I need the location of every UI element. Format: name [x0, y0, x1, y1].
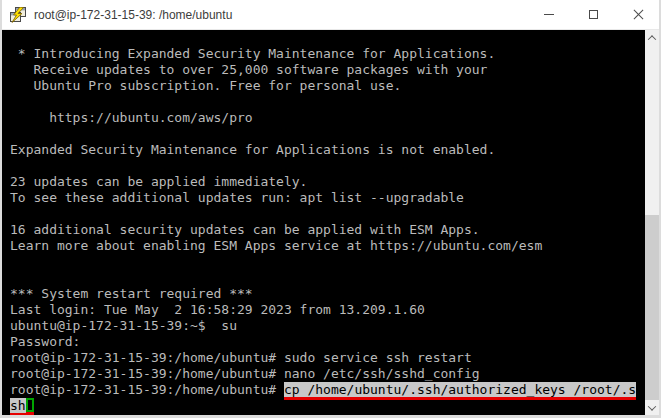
- terminal-text: Last login: Tue May 2 16:58:29 2023 from…: [10, 302, 425, 317]
- title-bar[interactable]: root@ip-172-31-15-39: /home/ubuntu: [0, 0, 661, 30]
- chevron-down-icon: [648, 402, 656, 410]
- terminal-text: root@ip-172-31-15-39:/home/ubuntu#: [10, 382, 284, 397]
- terminal-text: 23 updates can be applied immediately.: [10, 174, 307, 189]
- scrollbar-track[interactable]: [645, 45, 659, 400]
- terminal-line: [10, 270, 645, 286]
- terminal-text: To see these additional updates run: apt…: [10, 190, 464, 205]
- scroll-down-button[interactable]: [645, 400, 659, 415]
- terminal-line: Receive updates to over 25,000 software …: [10, 62, 645, 78]
- terminal-line: root@ip-172-31-15-39:/home/ubuntu# nano …: [10, 366, 645, 382]
- terminal-line: 23 updates can be applied immediately.: [10, 174, 645, 190]
- terminal-line: Expanded Security Maintenance for Applic…: [10, 142, 645, 158]
- close-button[interactable]: [616, 0, 661, 30]
- terminal-text: Password:: [10, 334, 80, 349]
- terminal-line: [10, 206, 645, 222]
- terminal-text: * Introducing Expanded Security Maintena…: [10, 46, 495, 61]
- terminal-line: Learn more about enabling ESM Apps servi…: [10, 238, 645, 254]
- terminal-line: https://ubuntu.com/aws/pro: [10, 110, 645, 126]
- terminal-text: Expanded Security Maintenance for Applic…: [10, 142, 495, 157]
- close-icon: [633, 9, 644, 20]
- terminal-line: *** System restart required ***: [10, 286, 645, 302]
- terminal-line: Ubuntu Pro subscription. Free for person…: [10, 78, 645, 94]
- terminal-line: [10, 30, 645, 46]
- putty-window: root@ip-172-31-15-39: /home/ubuntu * Int…: [0, 0, 661, 418]
- selected-text: sh: [10, 398, 26, 413]
- chevron-up-icon: [648, 35, 656, 43]
- minimize-button[interactable]: [526, 0, 571, 30]
- terminal-line: To see these additional updates run: apt…: [10, 190, 645, 206]
- terminal-text: 16 additional security updates can be ap…: [10, 222, 480, 237]
- terminal-line: [10, 254, 645, 270]
- terminal-line: Password:: [10, 334, 645, 350]
- terminal-line: [10, 158, 645, 174]
- window-body: * Introducing Expanded Security Maintena…: [2, 30, 659, 415]
- terminal-text: root@ip-172-31-15-39:/home/ubuntu# nano …: [10, 366, 480, 381]
- terminal-line: [10, 126, 645, 142]
- terminal-text: ubuntu@ip-172-31-15-39:~$ su: [10, 318, 237, 333]
- terminal-text: *** System restart required ***: [10, 286, 253, 301]
- selected-text: cp /home/ubuntu/.ssh/authorized_keys /ro…: [284, 382, 636, 397]
- terminal-line: root@ip-172-31-15-39:/home/ubuntu# cp /h…: [10, 382, 645, 398]
- maximize-icon: [589, 10, 598, 19]
- putty-icon: [9, 7, 27, 23]
- scrollbar[interactable]: [645, 30, 659, 415]
- terminal-text: https://ubuntu.com/aws/pro: [10, 110, 253, 125]
- terminal-line: sh: [10, 398, 645, 414]
- terminal-line: [10, 94, 645, 110]
- terminal-text: root@ip-172-31-15-39:/home/ubuntu# sudo …: [10, 350, 472, 365]
- terminal-line: ubuntu@ip-172-31-15-39:~$ su: [10, 318, 645, 334]
- terminal-text: Receive updates to over 25,000 software …: [10, 62, 487, 77]
- terminal-text: Learn more about enabling ESM Apps servi…: [10, 238, 542, 253]
- terminal-cursor: [26, 398, 34, 412]
- terminal-line: Last login: Tue May 2 16:58:29 2023 from…: [10, 302, 645, 318]
- terminal-text: Ubuntu Pro subscription. Free for person…: [10, 78, 401, 93]
- terminal-line: root@ip-172-31-15-39:/home/ubuntu# sudo …: [10, 350, 645, 366]
- terminal-line: 16 additional security updates can be ap…: [10, 222, 645, 238]
- scrollbar-thumb[interactable]: [645, 215, 659, 400]
- maximize-button[interactable]: [571, 0, 616, 30]
- minimize-icon: [544, 14, 554, 15]
- terminal-screen[interactable]: * Introducing Expanded Security Maintena…: [2, 30, 645, 415]
- terminal-line: * Introducing Expanded Security Maintena…: [10, 46, 645, 62]
- window-title: root@ip-172-31-15-39: /home/ubuntu: [34, 8, 526, 22]
- scroll-up-button[interactable]: [645, 30, 659, 45]
